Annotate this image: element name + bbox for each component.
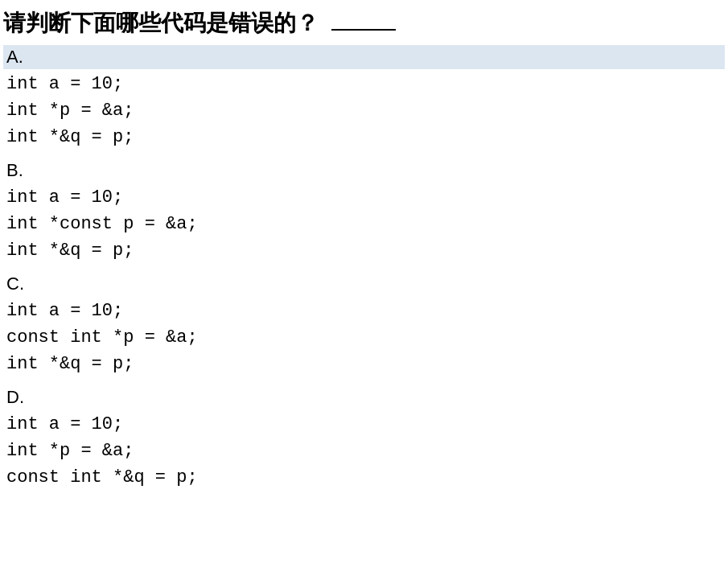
option-a-label: A. <box>3 45 725 69</box>
option-c-block: C. int a = 10; const int *p = &a; int *&… <box>3 272 725 379</box>
option-c-code: int a = 10; const int *p = &a; int *&q =… <box>3 296 725 379</box>
question-container: 请判断下面哪些代码是错误的？ A. int a = 10; int *p = &… <box>0 8 728 492</box>
option-d-label: D. <box>3 385 725 409</box>
question-text: 请判断下面哪些代码是错误的？ <box>3 8 319 39</box>
option-b-block: B. int a = 10; int *const p = &a; int *&… <box>3 158 725 265</box>
option-b-label: B. <box>3 158 725 183</box>
question-header: 请判断下面哪些代码是错误的？ <box>3 8 725 39</box>
option-a-block: A. int a = 10; int *p = &a; int *&q = p; <box>3 45 725 152</box>
option-d-block: D. int a = 10; int *p = &a; const int *&… <box>3 385 725 492</box>
option-d-code: int a = 10; int *p = &a; const int *&q =… <box>3 409 725 492</box>
option-c-label: C. <box>3 272 725 296</box>
option-a-code: int a = 10; int *p = &a; int *&q = p; <box>3 69 725 152</box>
answer-blank[interactable] <box>331 8 396 31</box>
option-b-code: int a = 10; int *const p = &a; int *&q =… <box>3 183 725 265</box>
